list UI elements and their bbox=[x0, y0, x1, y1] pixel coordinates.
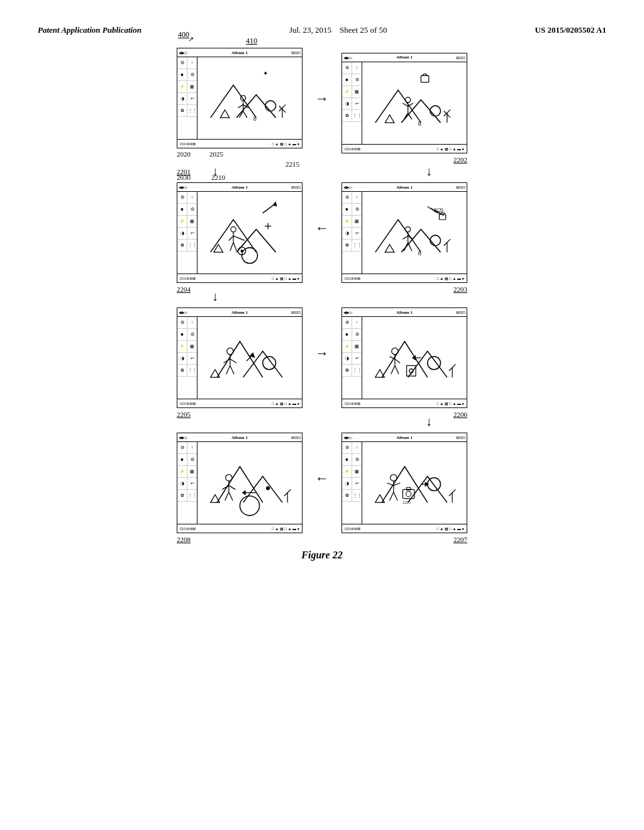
svg-point-45 bbox=[405, 227, 410, 232]
bottombar-left-2201: ⊡⊙⊚⊛⊠ bbox=[180, 141, 196, 146]
svg-point-13 bbox=[430, 106, 441, 116]
header-publication: Patent Application Publication bbox=[38, 25, 142, 35]
svg-rect-20 bbox=[421, 75, 428, 82]
bottombar-2207: ⊡⊙⊚⊛⊠ □ ▲ ▦ □ ▲ ▬ ● bbox=[342, 524, 467, 533]
svg-point-81 bbox=[240, 496, 259, 516]
svg-point-82 bbox=[226, 475, 232, 481]
svg-line-50 bbox=[408, 243, 412, 251]
label-2208: 2208 bbox=[177, 536, 191, 543]
svg-line-60 bbox=[230, 359, 236, 363]
arrows-between-23: ↓ ↓ bbox=[52, 289, 592, 304]
device-frame-2203: ◀▶▷ Album 1 ⊞⊟⊡ ⚙↑ ☻⚙ ⚡▦ ◑↩ ✿⋮⋮ bbox=[341, 182, 467, 283]
diagram-row-4: ◀▶▷ Album 1 ⊞⊟⊡ ⚙↑ ☻⚙ ⚡▦ ◑↩ ✿⋮⋮ bbox=[52, 433, 592, 533]
arrow-400: ↗ bbox=[188, 35, 194, 43]
page: Patent Application Publication Jul. 23, … bbox=[0, 0, 644, 830]
sidebar-row4: ◑ ↩ bbox=[177, 93, 197, 105]
svg-line-87 bbox=[229, 492, 233, 501]
bottombar-right-2201: □ ▲ ▦ □ ▲ ▬ ● bbox=[272, 141, 299, 146]
device-frame-2204: ◀▶▷ Album 1 ⊞⊟⊡ ⚙↑ ☻⚙ ⚡▦ ◑↩ ✿⋮⋮ bbox=[177, 182, 303, 283]
svg-line-31 bbox=[230, 243, 233, 251]
label-2207: 2207 bbox=[453, 536, 467, 543]
bottombar-2206: ⊡⊙⊚⊛⊠ □ ▲ ▦ □ ▲ ▬ ● bbox=[342, 399, 467, 407]
header-date: Jul. 23, 2015 bbox=[289, 25, 338, 35]
bottombar-2201: ⊡⊙⊚⊛⊠ □ ▲ ▦ □ ▲ ▬ ● bbox=[177, 139, 302, 148]
svg-point-36 bbox=[240, 250, 243, 252]
sidebar-r4: ◑↩ bbox=[342, 98, 362, 110]
label-2025: 2025 bbox=[209, 150, 223, 158]
arrow-down-left-2: ↓ bbox=[212, 289, 218, 304]
sidebar-2204: ⚙↑ ☻⚙ ⚡▦ ◑↩ ✿⋮⋮ bbox=[177, 192, 197, 274]
device-topbar-2207: ◀▶▷ Album 1 ⊞⊟⊡ bbox=[342, 433, 467, 442]
si-5b: ⋮⋮ bbox=[187, 105, 197, 116]
sidebar-2208: ⚙↑ ☻⚙ ⚡▦ ◑↩ ✿⋮⋮ bbox=[177, 442, 197, 524]
topbar-left-2201: ◀▶▷ bbox=[179, 50, 188, 55]
canvas-2201: 8 ✦ bbox=[197, 57, 302, 139]
sidebar-row5: ✿ ⋮⋮ bbox=[177, 105, 197, 117]
device-body-2201: ⚙ ↑ ☻ ⚙ ⚡ ▦ bbox=[177, 57, 302, 139]
device-body-2202: ⚙↑ ☻⚙ ⚡▦ ◑↩ bbox=[342, 62, 467, 144]
svg-text:8: 8 bbox=[418, 250, 421, 257]
topbar-left-2202: ◀▶▷ bbox=[343, 55, 353, 60]
svg-line-72 bbox=[395, 365, 399, 374]
topbar-title-2202: Album 1 bbox=[396, 55, 413, 60]
svg-2202: 8 bbox=[362, 62, 467, 144]
device-body-2204: ⚙↑ ☻⚙ ⚡▦ ◑↩ ✿⋮⋮ bbox=[177, 192, 302, 274]
arrow-down-right: ↓ bbox=[426, 164, 432, 179]
sidebar-2203: ⚙↑ ☻⚙ ⚡▦ ◑↩ ✿⋮⋮ bbox=[342, 192, 362, 274]
bl-2202: ⊡⊙⊚⊛⊠ bbox=[345, 147, 360, 151]
svg-marker-7 bbox=[220, 110, 230, 118]
header-sheet: Sheet 25 of 50 bbox=[340, 25, 387, 35]
device-topbar-2202: ◀▶▷ Album 1 ⊞⊟⊡ bbox=[342, 53, 467, 62]
diagram-2204: ◀▶▷ Album 1 ⊞⊟⊡ ⚙↑ ☻⚙ ⚡▦ ◑↩ ✿⋮⋮ bbox=[177, 182, 303, 283]
header-patent-number: US 2015/0205502 A1 bbox=[535, 25, 606, 35]
svg-point-0 bbox=[265, 101, 276, 111]
bottombar-2204: ⊡⊙⊚⊛⊠ □ ▲ ▦ □ ▲ ▬ ● bbox=[177, 274, 302, 282]
svg-line-30 bbox=[233, 236, 245, 240]
svg-marker-89 bbox=[242, 490, 246, 495]
diagram-2208: ◀▶▷ Album 1 ⊞⊟⊡ ⚙↑ ☻⚙ ⚡▦ ◑↩ ✿⋮⋮ bbox=[177, 433, 303, 533]
diagram-2206: ◀▶▷ Album 1 ⊞⊟⊡ ⚙↑ ☻⚙ ⚡▦ ◑↩ ✿⋮⋮ bbox=[341, 307, 467, 408]
bottombar-2205: ⊡⊙⊚⊛⊠ □ ▲ ▦ □ ▲ ▬ ● bbox=[177, 399, 302, 407]
svg-line-86 bbox=[225, 492, 229, 501]
canvas-2206 bbox=[362, 317, 467, 399]
svg-line-85 bbox=[229, 485, 235, 489]
diagram-2205: ◀▶▷ Album 1 ⊞⊟⊡ ⚙↑ ☻⚙ ⚡▦ ◑↩ ✿⋮⋮ bbox=[177, 307, 303, 408]
device-topbar-2203: ◀▶▷ Album 1 ⊞⊟⊡ bbox=[342, 183, 467, 192]
canvas-2207: 2225 bbox=[362, 442, 467, 524]
svg-point-90 bbox=[266, 486, 270, 490]
si-5a: ✿ bbox=[177, 105, 187, 116]
svg-line-49 bbox=[404, 243, 408, 251]
device-frame-2208: ◀▶▷ Album 1 ⊞⊟⊡ ⚙↑ ☻⚙ ⚡▦ ◑↩ ✿⋮⋮ bbox=[177, 433, 303, 533]
svg-point-95 bbox=[391, 475, 397, 481]
br-2202: □ ▲ ▦ □ ▲ ▬ ● bbox=[436, 147, 464, 151]
label-2202: 2202 bbox=[453, 156, 467, 163]
labels-2201: 2020 2025 bbox=[177, 150, 223, 158]
topbar-right-2201: ⊞⊟⊡ bbox=[291, 50, 301, 55]
sidebar-2202: ⚙↑ ☻⚙ ⚡▦ ◑↩ bbox=[342, 62, 362, 144]
bottombar-2203: ⊡⊙⊚⊛⊠ □ ▲ ▦ □ ▲ ▬ ● bbox=[342, 274, 467, 282]
svg-point-94 bbox=[428, 478, 441, 491]
sidebar-r3: ⚡▦ bbox=[342, 86, 362, 98]
label-2204: 2204 bbox=[177, 285, 191, 293]
svg-text:2225: 2225 bbox=[402, 500, 410, 504]
bottombar-2202: ⊡⊙⊚⊛⊠ □ ▲ ▦ □ ▲ ▬ ● bbox=[342, 144, 467, 153]
label-2215: 2215 bbox=[286, 160, 299, 168]
si-4b: ↩ bbox=[187, 93, 197, 104]
svg-line-61 bbox=[226, 365, 230, 374]
sidebar-2201: ⚙ ↑ ☻ ⚙ ⚡ ▦ bbox=[177, 57, 197, 139]
si-1b: ↑ bbox=[187, 57, 197, 69]
svg-line-29 bbox=[229, 236, 233, 240]
main-content: 400 ↗ 410 ◀▶▷ Album 1 ⊞⊟⊡ bbox=[38, 48, 606, 561]
device-body-2208: ⚙↑ ☻⚙ ⚡▦ ◑↩ ✿⋮⋮ bbox=[177, 442, 302, 524]
device-frame-2201: ◀▶▷ Album 1 ⊞⊟⊡ ⚙ ↑ bbox=[177, 48, 303, 148]
sidebar-r2: ☻⚙ bbox=[342, 74, 362, 86]
diagram-2203: ◀▶▷ Album 1 ⊞⊟⊡ ⚙↑ ☻⚙ ⚡▦ ◑↩ ✿⋮⋮ bbox=[341, 182, 467, 283]
label-2030: 2030 bbox=[177, 174, 191, 181]
svg-2201: 8 ✦ bbox=[197, 57, 302, 139]
device-frame-2205: ◀▶▷ Album 1 ⊞⊟⊡ ⚙↑ ☻⚙ ⚡▦ ◑↩ ✿⋮⋮ bbox=[177, 307, 303, 408]
figure-caption: Figure 22 bbox=[301, 550, 342, 561]
sidebar-2205: ⚙↑ ☻⚙ ⚡▦ ◑↩ ✿⋮⋮ bbox=[177, 317, 197, 399]
label-410: 410 bbox=[246, 36, 257, 46]
svg-point-102 bbox=[406, 491, 411, 496]
arrow-down-right-3: ↓ bbox=[426, 414, 432, 429]
